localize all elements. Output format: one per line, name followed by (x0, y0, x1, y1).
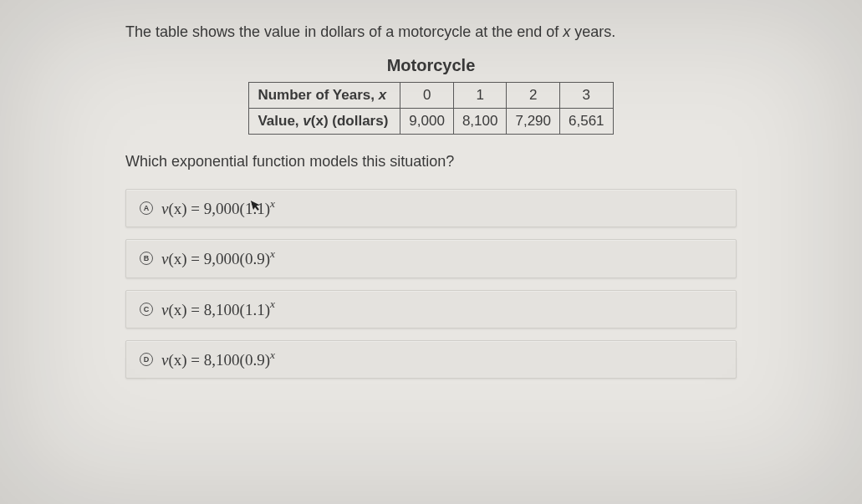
intro-post: years. (570, 23, 615, 40)
option-a-exp: x (270, 197, 275, 210)
option-b-letter: B (140, 252, 153, 265)
option-d-eq: = 8,100(0.9) (187, 351, 270, 369)
question-text: Which exponential function models this s… (125, 153, 737, 171)
row2-label-fn: v (303, 113, 310, 129)
row1-label-var: x (379, 87, 386, 103)
table-row: Number of Years, x 0 1 2 3 (249, 83, 613, 109)
data-table: Number of Years, x 0 1 2 3 Value, v(x) (… (248, 82, 613, 135)
option-a-arg: (x) (168, 200, 186, 217)
table-title: Motorcycle (125, 56, 737, 75)
row2-label-arg: (x) (311, 113, 329, 129)
option-b[interactable]: B v(x) = 9,000(0.9)x (125, 239, 737, 277)
option-d-letter: D (140, 353, 153, 366)
row2-label-pre: Value, (258, 113, 303, 129)
row1-c2: 2 (507, 83, 560, 109)
option-c-exp: x (270, 298, 275, 310)
option-d[interactable]: D v(x) = 8,100(0.9)x (125, 340, 737, 379)
option-b-eq: = 9,000(0.9) (187, 251, 270, 268)
option-c[interactable]: C v(x) = 8,100(1.1)x (125, 290, 737, 328)
option-c-eq: = 8,100(1.1) (187, 301, 270, 318)
option-d-arg: (x) (168, 351, 186, 369)
row1-label-pre: Number of Years, (258, 87, 378, 103)
option-c-formula: v(x) = 8,100(1.1)x (161, 299, 275, 319)
option-d-exp: x (270, 349, 275, 361)
row2-label-post: (dollars) (329, 113, 389, 129)
row2-c2: 7,290 (507, 109, 560, 135)
row1-c0: 0 (400, 83, 454, 109)
option-a[interactable]: A v(x) = 9,000(1.1)x (125, 189, 737, 227)
row2-c1: 8,100 (453, 109, 507, 135)
option-a-letter: A (140, 201, 153, 215)
intro-text: The table shows the value in dollars of … (125, 23, 737, 41)
row2-c0: 9,000 (400, 109, 454, 135)
row2-c3: 6,561 (560, 109, 614, 135)
intro-var: x (563, 23, 570, 40)
option-b-arg: (x) (168, 251, 186, 268)
option-b-exp: x (270, 247, 275, 260)
option-c-letter: C (140, 303, 153, 316)
row1-label: Number of Years, x (249, 83, 400, 109)
row1-c3: 3 (560, 83, 614, 109)
option-a-formula: v(x) = 9,000(1.1)x (161, 198, 275, 218)
option-d-formula: v(x) = 8,100(0.9)x (161, 349, 275, 369)
options-list: A v(x) = 9,000(1.1)x B v(x) = 9,000(0.9)… (125, 189, 737, 379)
row1-c1: 1 (453, 83, 507, 109)
row2-label: Value, v(x) (dollars) (249, 109, 400, 135)
option-c-arg: (x) (168, 301, 186, 318)
option-b-formula: v(x) = 9,000(0.9)x (161, 248, 275, 268)
table-row: Value, v(x) (dollars) 9,000 8,100 7,290 … (249, 109, 613, 135)
intro-pre: The table shows the value in dollars of … (125, 23, 563, 40)
option-a-eq: = 9,000(1.1) (187, 200, 270, 217)
